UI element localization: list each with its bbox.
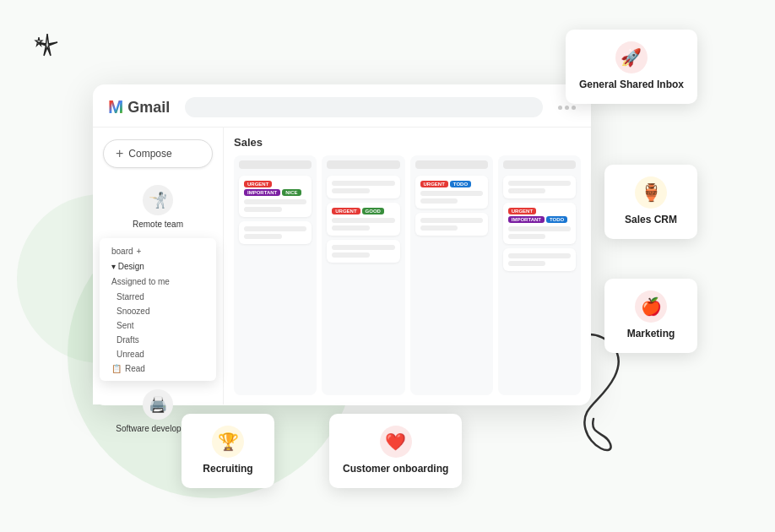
dropdown-unread[interactable]: Unread [100, 347, 216, 361]
dropdown-snoozed[interactable]: Snoozed [100, 304, 216, 318]
sidebar-item-remote-team[interactable]: 🤺 Remote team [93, 178, 223, 236]
kanban-card[interactable] [327, 176, 399, 198]
gmail-m-letter: M [108, 96, 123, 118]
card-line-short [244, 207, 282, 212]
card-line [332, 245, 394, 250]
dot-1 [558, 106, 562, 110]
kanban-col-4: URGENT IMPORTANT TODO [498, 155, 581, 395]
remote-team-icon: 🤺 [143, 185, 173, 215]
gmail-logo: M Gmail [108, 96, 170, 118]
sidebar-dropdown: board + ▾ Design Assigned to me Starred … [100, 238, 216, 381]
card-line [508, 253, 571, 258]
marketing-icon: 🍎 [635, 290, 667, 323]
card-tags: URGENT IMPORTANT NICE [244, 181, 306, 196]
kanban-card[interactable] [239, 221, 312, 244]
col2-header [327, 160, 399, 169]
gmail-search-bar[interactable] [185, 97, 543, 117]
kanban-col-1: URGENT IMPORTANT NICE [234, 155, 317, 395]
dropdown-drafts[interactable]: Drafts [100, 333, 216, 347]
tooltip-general-inbox[interactable]: 🚀 General Shared Inbox [566, 30, 697, 104]
dot-3 [572, 106, 576, 110]
tooltip-recruiting[interactable]: 🏆 Recruiting [182, 414, 274, 488]
recruiting-label: Recruiting [203, 463, 252, 476]
dropdown-assigned[interactable]: Assigned to me [100, 274, 216, 290]
card-line-short [332, 225, 370, 231]
gmail-window: M Gmail + Compose 🤺 Remote team [93, 84, 591, 405]
general-inbox-label: General Shared Inbox [579, 79, 684, 92]
card-line-short [508, 188, 546, 193]
kanban-card[interactable]: URGENT GOOD [327, 203, 399, 236]
card-line [244, 226, 306, 231]
tooltip-marketing[interactable]: 🍎 Marketing [604, 279, 697, 353]
gmail-sidebar: + Compose 🤺 Remote team board + ▾ Design… [93, 128, 224, 404]
card-line-short [508, 261, 546, 266]
card-line-short [508, 234, 546, 239]
gmail-logo-text: Gmail [127, 99, 170, 117]
tag-urgent: URGENT [508, 208, 536, 214]
gmail-main: Sales URGENT IMPORTANT NICE [224, 128, 591, 404]
card-line-short [420, 198, 458, 204]
read-label: Read [125, 364, 145, 373]
card-line-short [244, 234, 282, 239]
card-line [332, 181, 394, 186]
tag-important: IMPORTANT [508, 216, 545, 223]
kanban-col-3: URGENT TODO [410, 155, 493, 395]
col1-header [239, 160, 312, 169]
dropdown-read[interactable]: 📋 Read [100, 361, 216, 376]
board-label: board [111, 247, 133, 256]
sales-crm-label: Sales CRM [625, 214, 677, 227]
tag-good: GOOD [362, 208, 384, 214]
kanban-card[interactable] [503, 176, 576, 198]
compose-label: Compose [128, 148, 171, 160]
tag-nice: NICE [282, 189, 301, 196]
remote-team-label: Remote team [133, 219, 183, 230]
software-dev-icon: 🖨️ [143, 389, 173, 420]
tag-todo: TODO [450, 181, 471, 187]
kanban-col-2: URGENT GOOD [322, 155, 404, 395]
gmail-body: + Compose 🤺 Remote team board + ▾ Design… [93, 128, 591, 404]
card-line [244, 199, 306, 204]
col3-header [415, 160, 488, 169]
compose-plus-icon: + [116, 146, 123, 161]
kanban-card[interactable] [503, 248, 576, 271]
customer-onboarding-label: Customer onboarding [343, 463, 448, 476]
card-tags: URGENT IMPORTANT TODO [508, 208, 571, 223]
kanban-card[interactable] [415, 213, 488, 236]
board-plus-icon[interactable]: + [137, 247, 142, 256]
gmail-header-dots [558, 106, 576, 110]
card-line [508, 226, 571, 231]
customer-onboarding-icon: ❤️ [380, 426, 412, 458]
compose-button[interactable]: + Compose [103, 139, 213, 168]
read-icon: 📋 [111, 364, 122, 373]
dropdown-design-section[interactable]: ▾ Design [100, 259, 216, 274]
board-row[interactable]: board + [100, 243, 216, 259]
tag-important: IMPORTANT [244, 189, 280, 196]
card-line [508, 181, 571, 186]
kanban-card[interactable]: URGENT TODO [415, 176, 488, 209]
kanban-card[interactable] [327, 240, 399, 263]
tooltip-customer-onboarding[interactable]: ❤️ Customer onboarding [329, 414, 462, 488]
sales-crm-icon: 🏺 [635, 176, 667, 209]
col4-header [503, 160, 576, 169]
card-line [420, 218, 483, 223]
card-line-short [332, 252, 370, 258]
card-line [420, 191, 483, 196]
tooltip-sales-crm[interactable]: 🏺 Sales CRM [604, 165, 697, 239]
kanban-card[interactable]: URGENT IMPORTANT NICE [239, 176, 312, 217]
sparkle-icon [32, 32, 62, 68]
tag-urgent: URGENT [332, 208, 360, 214]
main-title: Sales [234, 136, 581, 149]
gmail-header: M Gmail [93, 84, 591, 128]
kanban-card[interactable]: URGENT IMPORTANT TODO [503, 203, 576, 244]
tag-urgent: URGENT [244, 181, 272, 187]
dropdown-starred[interactable]: Starred [100, 290, 216, 304]
tag-urgent: URGENT [420, 181, 448, 187]
tag-todo: TODO [546, 216, 567, 223]
recruiting-icon: 🏆 [212, 426, 244, 458]
card-tags: URGENT GOOD [332, 208, 394, 214]
dropdown-sent[interactable]: Sent [100, 318, 216, 333]
card-line-short [420, 225, 458, 231]
marketing-label: Marketing [627, 328, 675, 341]
general-inbox-icon: 🚀 [615, 41, 648, 73]
dot-2 [565, 106, 569, 110]
